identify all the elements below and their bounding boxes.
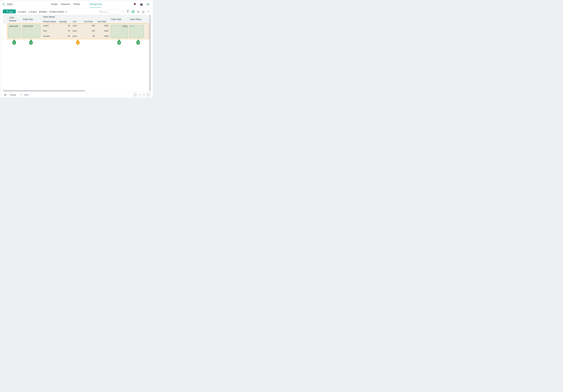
svg-text:?: ? — [141, 4, 142, 6]
